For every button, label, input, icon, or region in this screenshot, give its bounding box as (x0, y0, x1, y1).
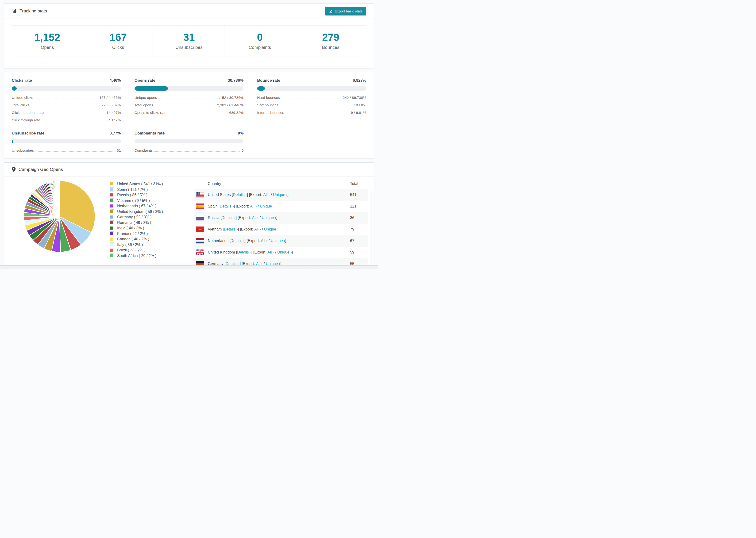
geo-pie-chart (23, 180, 96, 254)
legend-item-south-africa: South Africa ( 29 / 2% ) (110, 253, 187, 258)
stat-label: Bounces (322, 45, 340, 50)
legend-item-france: France ( 42 / 2% ) (110, 232, 187, 236)
total-value: 86 (345, 215, 368, 220)
bracket: ] (285, 239, 286, 243)
rate-progress-fill (135, 86, 168, 91)
detail-row: Clicks to opens rate14.497% (12, 109, 121, 116)
rate-details: Hard bounces242 / 86.738%Soft bounces18 … (257, 94, 366, 116)
tracking-stats-card: Tracking stats Export basic stats 1,152O… (4, 3, 374, 68)
details-link[interactable]: Details › (222, 215, 236, 220)
detail-value: 19 / 6.81% (349, 111, 366, 115)
bracket: ] [Export: (240, 261, 256, 265)
rate-value: 0% (238, 131, 244, 136)
separator: / (270, 192, 273, 197)
country-name: United Kingdom (208, 250, 236, 254)
rate-title: Opens rate (135, 78, 155, 83)
stat-box-bounces: 279Bounces (296, 26, 366, 57)
separator: / (274, 250, 277, 254)
legend-label: Netherlands ( 67 / 4% ) (117, 204, 156, 208)
details-link[interactable]: Details › (226, 261, 240, 265)
detail-row: Total opens2,303 / 61.446% (135, 101, 244, 109)
rate-head: Complaints rate0% (135, 131, 244, 136)
rate-value: 30.736% (228, 78, 243, 83)
export-all-link[interactable]: All › (261, 239, 267, 243)
stat-value: 1,152 (34, 32, 60, 42)
flag-icon-ru (196, 215, 204, 220)
export-basic-stats-button[interactable]: Export basic stats (325, 7, 366, 16)
detail-value: 1,152 / 30.736% (217, 95, 243, 100)
export-unique-link[interactable]: Unique › (271, 239, 285, 243)
stat-value: 167 (109, 32, 127, 42)
stats-strip: 1,152Opens167Clicks31Unsubscribes0Compla… (12, 26, 366, 57)
export-all-link[interactable]: All › (254, 227, 261, 232)
legend-swatch (110, 215, 114, 219)
detail-value: 242 / 86.738% (343, 95, 366, 100)
bracket: ] [Export: (247, 192, 263, 197)
country-name: Germany (208, 261, 225, 265)
map-pin-icon (12, 167, 16, 172)
export-all-link[interactable]: All › (252, 215, 258, 220)
export-all-link[interactable]: All › (250, 204, 257, 208)
export-icon (329, 9, 333, 13)
legend-item-spain: Spain ( 121 / 7% ) (110, 187, 187, 192)
legend-label: Russia ( 86 / 5% ) (117, 193, 147, 197)
legend-label: France ( 42 / 2% ) (117, 232, 148, 236)
rate-details: Complaints0 (135, 147, 244, 154)
details-link[interactable]: Details › (233, 192, 247, 197)
detail-label: Unique clicks (12, 95, 33, 100)
tracking-stats-page: Tracking stats Export basic stats 1,152O… (0, 0, 378, 269)
stat-label: Unsubscribes (175, 45, 202, 50)
table-row-netherlands: Netherlands [Details ›] [Export: All › /… (194, 235, 368, 246)
export-all-link[interactable]: All › (256, 261, 262, 265)
rate-progress-fill (257, 86, 265, 91)
flag-icon-vn (196, 227, 204, 232)
details-link[interactable]: Details › (231, 239, 244, 243)
rate-progress-track (135, 86, 244, 91)
legend-swatch (110, 182, 114, 186)
total-value: 541 (345, 192, 368, 197)
detail-label: Total opens (135, 103, 153, 107)
rate-progress-track (12, 139, 121, 143)
rate-details: Unique clicks167 / 4.456%Total clicks220… (12, 94, 121, 124)
export-unique-link[interactable]: Unique › (277, 250, 292, 254)
rate-head: Unsubscribe rate0.77% (12, 131, 121, 136)
legend-item-netherlands: Netherlands ( 67 / 4% ) (110, 204, 187, 208)
legend-swatch (110, 253, 114, 258)
legend-swatch (110, 198, 114, 203)
separator: / (261, 227, 264, 232)
separator: / (262, 261, 266, 265)
export-unique-link[interactable]: Unique › (264, 227, 279, 232)
legend-swatch (110, 237, 114, 241)
total-value: 67 (345, 239, 368, 243)
detail-label: Unique opens (135, 95, 157, 100)
bracket: ] [Export: (236, 215, 252, 220)
bracket: ] (274, 204, 275, 208)
detail-value: 4.147% (108, 118, 121, 122)
export-unique-link[interactable]: Unique › (266, 261, 280, 265)
bracket: ] [Export: (238, 227, 254, 232)
bracket: ] (276, 215, 277, 220)
bracket: ] (287, 192, 289, 197)
detail-label: Opens to clicks rate (135, 111, 166, 115)
details-link[interactable]: Details › (237, 250, 251, 254)
detail-row: Unsubscribes31 (12, 147, 121, 154)
export-unique-link[interactable]: Unique › (273, 192, 288, 197)
legend-label: Romania ( 49 / 3% ) (117, 220, 151, 225)
detail-label: Unsubscribes (12, 148, 34, 153)
details-link[interactable]: Details › (224, 227, 238, 232)
rate-block-unsubscribe-rate: Unsubscribe rate0.77%Unsubscribes31 (12, 131, 121, 154)
bracket: ] (292, 250, 293, 254)
export-all-link[interactable]: All › (267, 250, 274, 254)
card-title: Tracking stats (20, 9, 47, 14)
total-value: 79 (345, 227, 368, 232)
country-cell: Russia [Details ›] [Export: All › / Uniq… (194, 215, 345, 220)
legend-label: United Kingdom ( 59 / 3% ) (117, 209, 163, 214)
export-unique-link[interactable]: Unique › (262, 215, 276, 220)
export-all-link[interactable]: All › (263, 192, 270, 197)
export-unique-link[interactable]: Unique › (260, 204, 274, 208)
rates-row-1: Clicks rate4.46%Unique clicks167 / 4.456… (12, 78, 366, 124)
legend-label: Canada ( 40 / 2% ) (117, 237, 149, 241)
details-link[interactable]: Details › (220, 204, 234, 208)
legend-item-vietnam: Vietnam ( 79 / 5% ) (110, 198, 187, 203)
table-scrollbar[interactable] (370, 191, 373, 265)
